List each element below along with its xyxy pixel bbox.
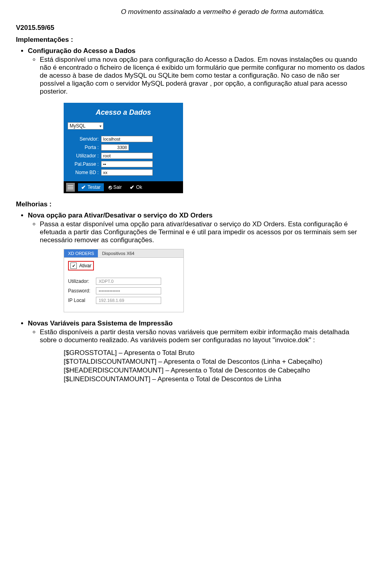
impl-item-1-sub: Está disponível uma nova opção para conf…	[40, 56, 366, 96]
melhoria-2-title: Novas Variáveis para Ssistema de Impress…	[28, 319, 173, 327]
checkbox-checked-icon[interactable]	[70, 263, 77, 269]
label-nomebd: Nome BD :	[68, 170, 101, 175]
version-label: V2015.59/65	[16, 24, 366, 32]
check-icon: ✔	[81, 184, 86, 190]
label-servidor: Servidor:	[68, 136, 101, 142]
xd-input-ip[interactable]: 192.168.1.69	[96, 297, 161, 304]
dialog-title: Acesso a Dados	[68, 108, 179, 117]
input-servidor[interactable]: localhost	[101, 136, 153, 142]
var-linediscount: [$LINEDISCOUNTAMOUNT] – Apresenta o Tota…	[64, 375, 366, 383]
input-porta[interactable]: 3308	[101, 144, 129, 151]
dialog-button-bar: ✔ Testar ⎋ Sair ✔ Ok	[64, 181, 183, 193]
xd-label-user: Utilizador:	[68, 278, 96, 284]
melhoria-1: Nova opção para Ativar/Desativar o servi…	[28, 212, 366, 244]
db-type-select[interactable]: MySQL ▾	[68, 122, 103, 129]
tab-dispositivos[interactable]: Dispositivos X64	[98, 249, 138, 257]
impl-item-1: Configuração do Acesso a Dados Está disp…	[28, 47, 366, 96]
xd-label-ip: IP Local	[68, 298, 96, 303]
testar-button[interactable]: ✔ Testar	[78, 183, 104, 191]
xd-orders-panel: XD ORDERS Dispositivos X64 Ativar Utiliz…	[64, 249, 366, 312]
exit-icon: ⎋	[109, 184, 112, 190]
melhoria-2: Novas Variáveis para Ssistema de Impress…	[28, 319, 366, 383]
label-palpasse: Pal.Passe :	[68, 161, 101, 167]
var-headerdiscount: [$HEADERDISCOUNTAMOUNT] – Apresenta o To…	[64, 367, 366, 374]
melhoria-1-sub-text: Passa a estar disponível uma opção para …	[40, 220, 286, 228]
testar-button-label: Testar	[88, 184, 101, 190]
sair-button-label: Sair	[113, 184, 122, 190]
header-note: O movimento assinalado a vermelho é gera…	[80, 8, 366, 16]
xd-input-user[interactable]: XDPT.0	[96, 278, 161, 285]
tab-xd-orders[interactable]: XD ORDERS	[64, 249, 98, 257]
melhoria-1-title: Nova opção para Ativar/Desativar o servi…	[28, 212, 212, 219]
input-utilizador[interactable]: root	[101, 153, 153, 159]
impl-item-1-title: Configuração do Acesso a Dados	[28, 47, 135, 55]
xd-label-pass: Password:	[68, 288, 96, 294]
ok-button[interactable]: ✔ Ok	[127, 183, 145, 191]
melhoria-2-sub: Estão disponíveis a partir desta versão …	[40, 328, 366, 383]
section-implementacoes: Implementações :	[16, 36, 366, 44]
ok-button-label: Ok	[136, 184, 142, 190]
input-palpasse[interactable]: ••	[101, 161, 153, 167]
label-porta: Porta :	[68, 145, 101, 150]
chevron-down-icon: ▾	[99, 124, 101, 128]
ativar-label: Ativar	[79, 263, 92, 269]
var-grosstotal: [$GROSSTOTAL] – Apresenta o Total Bruto	[64, 349, 366, 357]
variable-list: [$GROSSTOTAL] – Apresenta o Total Bruto …	[64, 349, 366, 383]
melhoria-2-sub-text: Estão disponíveis a partir desta versão …	[40, 328, 349, 344]
label-utilizador: Utilizador :	[68, 153, 101, 159]
xd-input-pass[interactable]: ••••••••••••••	[96, 287, 161, 294]
xd-tabs: XD ORDERS Dispositivos X64	[64, 249, 183, 258]
section-melhorias: Melhorias :	[16, 200, 366, 208]
acesso-dados-dialog: Acesso a Dados MySQL ▾ Servidor: localho…	[64, 103, 366, 193]
impl-item-1-sub-text: Está disponível uma nova opção para conf…	[40, 56, 255, 63]
input-nomebd[interactable]: xx	[101, 169, 153, 176]
var-totaldiscount: [$TOTALDISCOUNTAMOUNT] – Apresenta o Tot…	[64, 358, 366, 366]
melhoria-1-sub: Passa a estar disponível uma opção para …	[40, 220, 366, 244]
menu-icon[interactable]	[66, 183, 75, 192]
ativar-checkbox-row[interactable]: Ativar	[68, 261, 94, 270]
sair-button[interactable]: ⎋ Sair	[105, 183, 125, 191]
db-type-value: MySQL	[70, 123, 86, 129]
check-icon: ✔	[130, 184, 134, 190]
